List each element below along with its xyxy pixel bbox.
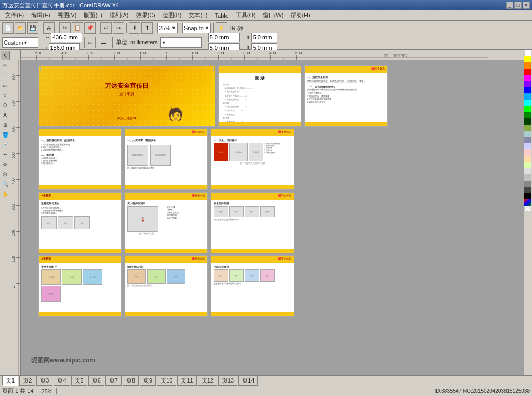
swatch-custom[interactable]	[524, 199, 531, 206]
page-tab-10[interactable]: 页10	[157, 376, 176, 386]
menu-edit[interactable]: 编辑(E)	[28, 10, 54, 20]
new-button[interactable]: 📄	[2, 22, 14, 34]
select-tool[interactable]: ↖	[1, 51, 10, 60]
bleed-x-input[interactable]	[208, 33, 240, 42]
contour-tool[interactable]: ◎	[1, 169, 10, 179]
page-tab-12[interactable]: 页12	[198, 376, 217, 386]
width-input[interactable]	[51, 33, 82, 42]
swatch-cyan-blue[interactable]	[524, 93, 531, 100]
swatch-dark-green[interactable]	[524, 112, 531, 118]
print-button[interactable]: 🖨	[43, 22, 55, 34]
portrait-btn[interactable]: ▭	[84, 37, 96, 48]
page-tab-7[interactable]: 页7	[105, 376, 122, 386]
zoom-tool[interactable]: 🔍	[1, 179, 10, 188]
page-tab-1[interactable]: 页1	[2, 376, 18, 386]
maximize-button[interactable]: □	[514, 2, 522, 9]
menu-text[interactable]: 文本(T)	[185, 10, 210, 20]
menu-bitmap[interactable]: 位图(B)	[159, 10, 185, 20]
swatch-white[interactable]	[524, 50, 531, 56]
save-button[interactable]: 💾	[27, 22, 38, 34]
export-button[interactable]: ⬆	[141, 22, 153, 34]
swatch-silver[interactable]	[524, 174, 531, 181]
bleed-group	[208, 33, 240, 52]
outline-tool[interactable]: ✒	[1, 149, 10, 159]
swatch-light-gray[interactable]	[524, 168, 531, 174]
page-tab-4[interactable]: 页4	[54, 376, 70, 386]
menu-window[interactable]: 窗口(W)	[260, 10, 287, 20]
swatch-orange[interactable]	[524, 62, 531, 69]
swatch-peach[interactable]	[524, 156, 531, 162]
snap-dropdown[interactable]: Snap to ▼	[182, 23, 211, 33]
ellipse-tool[interactable]: ○	[1, 90, 10, 100]
swatch-red[interactable]	[524, 69, 531, 75]
eyedropper-tool[interactable]: 💉	[1, 140, 10, 149]
menu-effects[interactable]: 效果(C)	[133, 10, 158, 20]
swatch-magenta[interactable]	[524, 75, 531, 81]
polygon-tool[interactable]: ⬡	[1, 100, 10, 110]
freehand-tool[interactable]: ✏	[1, 61, 10, 70]
page-tab-9[interactable]: 页9	[140, 376, 156, 386]
doc-canvas[interactable]: 万达安全宣传日 宣传手册 🧑 武汉万达影城	[21, 60, 524, 375]
p8-footer	[211, 249, 294, 253]
cut-button[interactable]: ✂	[59, 22, 71, 34]
title-bar: 万达安全宣传日宣传手册.cdr - CorelDRAW X4 _ □ ✕	[0, 0, 532, 10]
rect-tool[interactable]: ▭	[1, 80, 10, 90]
page-tab-14[interactable]: 页14	[238, 376, 258, 386]
swatch-lavender[interactable]	[524, 143, 531, 149]
menu-arrange[interactable]: 排列(A)	[107, 10, 132, 20]
left-toolbox: ↖ ✏ ⌒ ▭ ○ ⬡ A ⊞ 🪣 💉 ✒ ∞ ◎ 🔍 ✋	[0, 50, 10, 375]
paste-button[interactable]: 📌	[84, 22, 96, 34]
swatch-cyan[interactable]	[524, 100, 531, 106]
snap-toggle[interactable]: ⚡	[216, 22, 227, 34]
menu-help[interactable]: 帮助(H)	[287, 10, 313, 20]
page-tab-3[interactable]: 页3	[36, 376, 52, 386]
swatch-forest[interactable]	[524, 118, 531, 125]
menu-tools[interactable]: 工具(O)	[233, 10, 259, 20]
table-tool[interactable]: ⊞	[1, 120, 10, 129]
page-tab-13[interactable]: 页13	[218, 376, 237, 386]
size-input1[interactable]	[251, 33, 277, 42]
text-tool[interactable]: A	[1, 110, 10, 119]
swatch-yellow[interactable]	[524, 56, 531, 62]
page-tab-11[interactable]: 页11	[177, 376, 196, 386]
swatch-pink[interactable]	[524, 149, 531, 156]
fill-tool[interactable]: 🪣	[1, 130, 10, 139]
page-size-dropdown[interactable]: Custom ▼	[2, 37, 38, 48]
menu-layout[interactable]: 版面(L)	[81, 10, 105, 20]
menu-view[interactable]: 视图(V)	[55, 10, 80, 20]
minimize-button[interactable]: _	[506, 2, 513, 9]
bezier-tool[interactable]: ⌒	[1, 71, 10, 80]
close-button[interactable]: ✕	[523, 2, 530, 9]
swatch-olive[interactable]	[524, 125, 531, 131]
open-button[interactable]: 📂	[15, 22, 26, 34]
swatch-violet[interactable]	[524, 81, 531, 87]
landscape-btn[interactable]: ▬	[98, 37, 109, 48]
bleed-x-group	[208, 33, 240, 42]
page-tab-6[interactable]: 页6	[88, 376, 104, 386]
swatch-blue[interactable]	[524, 87, 531, 93]
import-button[interactable]: ⬇	[129, 22, 140, 34]
zoom-dropdown[interactable]: 25% ▼	[157, 23, 178, 33]
undo-button[interactable]: ↩	[100, 22, 112, 34]
swatch-blue-gray[interactable]	[524, 137, 531, 143]
unit-dropdown[interactable]: ▼	[160, 37, 202, 48]
page-tab-8[interactable]: 页8	[123, 376, 139, 386]
p11-content: 消防安全宣传 图片 图片 图片 图片 安全教育宣传活动记录与总结	[214, 265, 291, 285]
unit-label: 单位: millimeters	[116, 38, 158, 46]
swatch-teal-light[interactable]	[524, 131, 531, 137]
pan-tool[interactable]: ✋	[1, 189, 10, 198]
swatch-lime-light[interactable]	[524, 162, 531, 168]
page-tab-2[interactable]: 页2	[19, 376, 35, 386]
blend-tool[interactable]: ∞	[1, 159, 10, 169]
menu-file[interactable]: 文件(F)	[2, 10, 27, 20]
copy-button[interactable]: 📋	[72, 22, 83, 34]
swatch-black[interactable]	[524, 193, 531, 199]
redo-button[interactable]: ↪	[113, 22, 124, 34]
swatch-gray[interactable]	[524, 181, 531, 187]
toc-title: 目 录	[255, 75, 265, 82]
swatch-green[interactable]	[524, 106, 531, 112]
page-tab-5[interactable]: 页5	[71, 376, 87, 386]
menu-table[interactable]: Table	[212, 11, 232, 20]
swatch-dark-gray[interactable]	[524, 187, 531, 193]
swatch-none[interactable]	[524, 206, 531, 212]
